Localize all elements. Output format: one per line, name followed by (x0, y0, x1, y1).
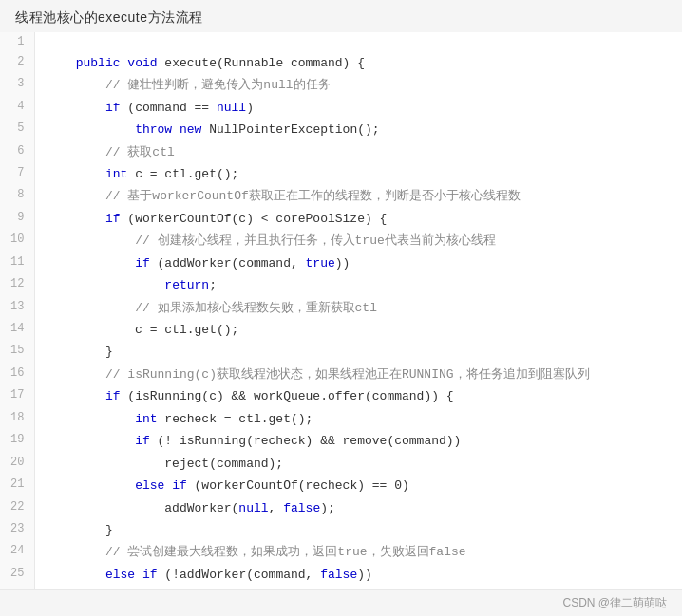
line-number: 5 (0, 119, 34, 140)
line-number: 3 (0, 74, 34, 96)
table-row: 7 int c = ctl.get(); (0, 163, 682, 185)
table-row: 2 public void execute(Runnable command) … (0, 52, 682, 74)
line-content: // 执行拒绝策略 (34, 586, 682, 589)
line-content: // 基于workerCountOf获取正在工作的线程数，判断是否小于核心线程数 (34, 185, 682, 207)
line-content (34, 32, 682, 52)
line-content: // isRunning(c)获取线程池状态，如果线程池正在RUNNING，将任… (34, 364, 682, 385)
table-row: 6 // 获取ctl (0, 141, 682, 163)
table-row: 11 if (addWorker(command, true)) (0, 252, 682, 274)
table-row: 20 reject(command); (0, 453, 682, 475)
line-content: if (addWorker(command, true)) (34, 252, 682, 274)
line-content: addWorker(null, false); (34, 497, 682, 519)
table-row: 19 if (! isRunning(recheck) && remove(co… (0, 430, 682, 452)
table-row: 22 addWorker(null, false); (0, 497, 682, 519)
page-container: 线程池核心的execute方法流程 12 public void execute… (0, 0, 682, 616)
line-content: // 如果添加核心线程数失败，重新获取ctl (34, 297, 682, 319)
line-number: 24 (0, 541, 34, 563)
table-row: 12 return; (0, 274, 682, 296)
line-number: 1 (0, 32, 34, 52)
table-row: 10 // 创建核心线程，并且执行任务，传入true代表当前为核心线程 (0, 230, 682, 252)
line-content: return; (34, 274, 682, 296)
line-content: c = ctl.get(); (34, 319, 682, 341)
line-number: 11 (0, 252, 34, 274)
line-number: 18 (0, 408, 34, 430)
line-content: if (command == null) (34, 97, 682, 119)
line-number: 17 (0, 385, 34, 407)
table-row: 8 // 基于workerCountOf获取正在工作的线程数，判断是否小于核心线… (0, 185, 682, 207)
line-number: 12 (0, 274, 34, 296)
line-content: // 获取ctl (34, 141, 682, 163)
table-row: 26 // 执行拒绝策略 (0, 586, 682, 589)
page-title: 线程池核心的execute方法流程 (0, 0, 682, 32)
line-content: } (34, 341, 682, 363)
line-content: int c = ctl.get(); (34, 163, 682, 185)
line-number: 14 (0, 319, 34, 341)
table-row: 3 // 健壮性判断，避免传入为null的任务 (0, 74, 682, 96)
line-number: 9 (0, 208, 34, 230)
line-number: 15 (0, 341, 34, 363)
table-row: 14 c = ctl.get(); (0, 319, 682, 341)
table-row: 1 (0, 32, 682, 52)
line-number: 7 (0, 163, 34, 185)
line-number: 21 (0, 475, 34, 496)
line-number: 26 (0, 586, 34, 589)
line-content: int recheck = ctl.get(); (34, 408, 682, 430)
line-content: // 创建核心线程，并且执行任务，传入true代表当前为核心线程 (34, 230, 682, 252)
table-row: 17 if (isRunning(c) && workQueue.offer(c… (0, 385, 682, 407)
table-row: 25 else if (!addWorker(command, false)) (0, 564, 682, 586)
line-number: 6 (0, 141, 34, 163)
line-number: 25 (0, 564, 34, 586)
line-content: if (isRunning(c) && workQueue.offer(comm… (34, 385, 682, 407)
table-row: 16 // isRunning(c)获取线程池状态，如果线程池正在RUNNING… (0, 364, 682, 385)
footer-text: CSDN @律二萌萌哒 (562, 595, 667, 611)
line-content: } (34, 519, 682, 541)
table-row: 23 } (0, 519, 682, 541)
table-row: 15 } (0, 341, 682, 363)
line-number: 22 (0, 497, 34, 519)
line-content: else if (!addWorker(command, false)) (34, 564, 682, 586)
footer: CSDN @律二萌萌哒 (0, 589, 682, 616)
line-number: 19 (0, 430, 34, 452)
line-content: reject(command); (34, 453, 682, 475)
line-content: public void execute(Runnable command) { (34, 52, 682, 74)
line-content: if (! isRunning(recheck) && remove(comma… (34, 430, 682, 452)
table-row: 5 throw new NullPointerException(); (0, 119, 682, 140)
line-number: 23 (0, 519, 34, 541)
line-number: 13 (0, 297, 34, 319)
line-number: 8 (0, 185, 34, 207)
table-row: 4 if (command == null) (0, 97, 682, 119)
code-area: 12 public void execute(Runnable command)… (0, 32, 682, 589)
line-content: // 尝试创建最大线程数，如果成功，返回true，失败返回false (34, 541, 682, 563)
code-table: 12 public void execute(Runnable command)… (0, 32, 682, 589)
table-row: 9 if (workerCountOf(c) < corePoolSize) { (0, 208, 682, 230)
line-content: // 健壮性判断，避免传入为null的任务 (34, 74, 682, 96)
table-row: 18 int recheck = ctl.get(); (0, 408, 682, 430)
line-number: 16 (0, 364, 34, 385)
table-row: 13 // 如果添加核心线程数失败，重新获取ctl (0, 297, 682, 319)
line-number: 10 (0, 230, 34, 252)
line-content: if (workerCountOf(c) < corePoolSize) { (34, 208, 682, 230)
line-number: 2 (0, 52, 34, 74)
line-number: 20 (0, 453, 34, 475)
line-content: throw new NullPointerException(); (34, 119, 682, 140)
table-row: 24 // 尝试创建最大线程数，如果成功，返回true，失败返回false (0, 541, 682, 563)
table-row: 21 else if (workerCountOf(recheck) == 0) (0, 475, 682, 496)
line-content: else if (workerCountOf(recheck) == 0) (34, 475, 682, 496)
line-number: 4 (0, 97, 34, 119)
